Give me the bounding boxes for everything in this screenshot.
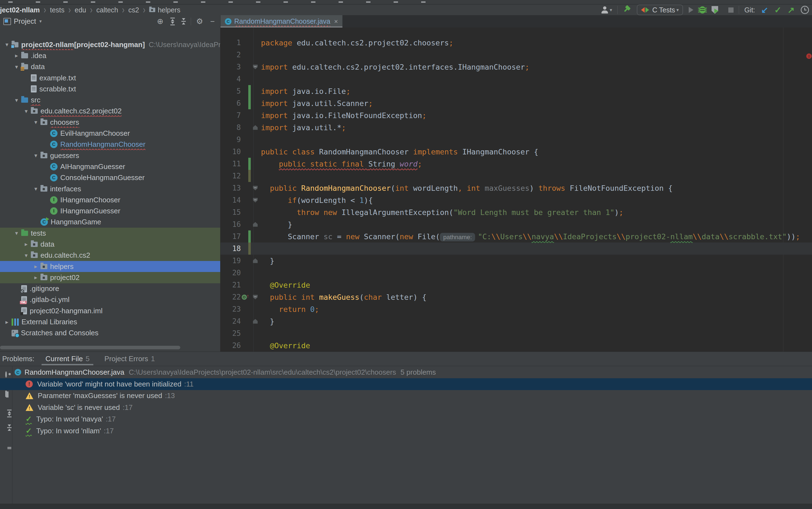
code-line[interactable]: 10public class RandomHangmanChooser impl…: [220, 146, 812, 158]
chevron-right-icon[interactable]: ▸: [2, 319, 11, 326]
chevron-right-icon[interactable]: ▸: [31, 274, 40, 281]
chevron-down-icon[interactable]: ▾: [31, 185, 40, 192]
tree-item-interfaces[interactable]: ▾interfaces: [0, 183, 220, 194]
chevron-right-icon[interactable]: ▸: [12, 52, 21, 59]
code-line[interactable]: 19 }: [220, 254, 812, 267]
user-account-button[interactable]: ▾: [601, 6, 612, 13]
tree-item-external-libraries[interactable]: ▸External Libraries: [0, 316, 220, 327]
tree-item-data[interactable]: ▸data: [0, 239, 220, 250]
tree-item-data[interactable]: ▾data: [0, 61, 220, 72]
collapse-all-button[interactable]: [181, 18, 186, 25]
fold-region-end-icon[interactable]: [253, 125, 258, 130]
tab-project-errors[interactable]: Project Errors 1: [101, 352, 158, 366]
problem-row[interactable]: !Parameter 'maxGuesses' is never used:13: [12, 390, 812, 402]
tree-item-helpers[interactable]: ▸helpers: [0, 261, 220, 272]
tree-item--idea[interactable]: ▸.idea: [0, 50, 220, 61]
overriding-method-gutter-icon[interactable]: O: [242, 295, 247, 300]
fold-region-start-icon[interactable]: [253, 295, 258, 300]
chevron-down-icon[interactable]: ▾: [12, 97, 21, 103]
tree-item-guessers[interactable]: ▾guessers: [0, 150, 220, 161]
code-line[interactable]: 23 return 0;: [220, 303, 812, 315]
code-line[interactable]: 24 }: [220, 315, 812, 327]
tree-item-edu-caltech-cs2[interactable]: ▾edu.caltech.cs2: [0, 250, 220, 261]
settings-gear-icon[interactable]: ⚙: [196, 18, 203, 25]
locate-file-button[interactable]: ⊕: [157, 18, 163, 25]
code-line[interactable]: 12: [220, 170, 812, 182]
tree-horizontal-scrollbar[interactable]: [0, 346, 180, 349]
tree-item-hangmangame[interactable]: CHangmanGame: [0, 217, 220, 228]
breadcrumb-item[interactable]: caltech: [96, 6, 118, 14]
code-line[interactable]: 8import java.util.*;: [220, 122, 812, 134]
chevron-down-icon[interactable]: ▾: [39, 19, 42, 24]
code-line[interactable]: 16 }: [220, 218, 812, 230]
expand-all-button[interactable]: [170, 18, 175, 25]
tab-current-file[interactable]: Current File 5: [42, 352, 93, 366]
breadcrumb-item[interactable]: ject02-nllam: [0, 6, 40, 14]
hide-panel-button[interactable]: −: [210, 18, 215, 25]
problem-row[interactable]: !Variable 'word' might not have been ini…: [0, 378, 812, 390]
breadcrumb-item[interactable]: edu: [75, 6, 86, 14]
fold-region-end-icon[interactable]: [253, 222, 258, 227]
code-line[interactable]: 6import java.util.Scanner;: [220, 97, 812, 109]
problem-row[interactable]: ✓Typo: In word 'nllam':17: [12, 425, 812, 437]
code-line[interactable]: 4: [220, 73, 812, 85]
code-line[interactable]: 7import java.io.FileNotFoundException;: [220, 109, 812, 122]
problems-file-group[interactable]: C RandomHangmanChooser.java C:\Users\nav…: [12, 366, 812, 378]
tree-item-randomhangmanchooser[interactable]: CRandomHangmanChooser: [0, 139, 220, 150]
git-commit-button[interactable]: ✓: [774, 5, 781, 15]
tree-item-scratches-and-consoles[interactable]: Scratches and Consoles: [0, 328, 220, 339]
fold-region-start-icon[interactable]: [253, 198, 258, 203]
problem-row[interactable]: ✓Typo: In word 'navya':17: [12, 413, 812, 425]
chevron-down-icon[interactable]: ▾: [31, 152, 40, 159]
tree-item-project02-hangman-iml[interactable]: project02-hangman.iml: [0, 305, 220, 316]
inspection-error-badge[interactable]: !: [806, 54, 812, 59]
chevron-down-icon[interactable]: ▾: [12, 230, 21, 236]
code-line[interactable]: 9: [220, 134, 812, 146]
tree-item-project02-nllam[interactable]: ▾project02-nllam [project02-hangman]C:\U…: [0, 39, 220, 50]
fold-region-end-icon[interactable]: [253, 259, 258, 263]
tree-item-evilhangmanchooser[interactable]: CEvilHangmanChooser: [0, 128, 220, 139]
tree-item-edu-caltech-cs2-project02[interactable]: ▾edu.caltech.cs2.project02: [0, 106, 220, 117]
code-line[interactable]: 20: [220, 267, 812, 279]
code-line[interactable]: 18: [220, 242, 812, 254]
chevron-down-icon[interactable]: ▾: [31, 119, 40, 126]
git-push-button[interactable]: ↗: [787, 5, 795, 15]
code-editor[interactable]: 1package edu.caltech.cs2.project02.choos…: [220, 28, 812, 351]
tree-item-project02[interactable]: ▸project02: [0, 272, 220, 283]
code-line[interactable]: 14 if(wordLength < 1){: [220, 194, 812, 206]
breadcrumb-item[interactable]: helpers: [149, 6, 180, 14]
chevron-down-icon[interactable]: ▾: [12, 64, 21, 70]
fold-region-start-icon[interactable]: [253, 186, 258, 191]
tree-item-choosers[interactable]: ▾choosers: [0, 117, 220, 128]
tree-item-scrabble-txt[interactable]: scrabble.txt: [0, 83, 220, 94]
fold-region-start-icon[interactable]: [253, 65, 258, 69]
tree-item--gitlab-ci-yml[interactable]: .gitlab-ci.yml: [0, 294, 220, 305]
close-icon[interactable]: ×: [334, 18, 338, 25]
tree-item-example-txt[interactable]: example.txt: [0, 72, 220, 83]
open-in-preview-button[interactable]: [5, 392, 7, 397]
code-line[interactable]: 2: [220, 49, 812, 61]
chevron-down-icon[interactable]: ▾: [22, 252, 31, 259]
code-line[interactable]: 13 public RandomHangmanChooser(int wordL…: [220, 182, 812, 194]
build-button[interactable]: [623, 6, 631, 14]
code-line[interactable]: 15 throw new IllegalArgumentException("W…: [220, 206, 812, 218]
code-line[interactable]: 21 @Override: [220, 279, 812, 291]
tree-item-consolehangmanguesser[interactable]: CConsoleHangmanGuesser: [0, 172, 220, 183]
problem-row[interactable]: !Variable 'sc' is never used:17: [12, 402, 812, 413]
collapse-all-button[interactable]: [7, 425, 11, 431]
history-button[interactable]: [801, 6, 809, 14]
run-button[interactable]: [689, 7, 693, 13]
tree-item--gitignore[interactable]: .gitignore: [0, 283, 220, 294]
code-line[interactable]: 11 public static final String word;: [220, 158, 812, 170]
stop-button[interactable]: [728, 7, 734, 13]
view-options-button[interactable]: [5, 372, 7, 377]
tree-item-ihangmanguesser[interactable]: IIHangmanGuesser: [0, 205, 220, 216]
fold-region-end-icon[interactable]: [253, 319, 258, 324]
chevron-right-icon[interactable]: ▸: [31, 263, 40, 270]
editor-tab-active[interactable]: C RandomHangmanChooser.java ×: [220, 15, 343, 28]
chevron-down-icon[interactable]: ▾: [22, 108, 31, 114]
chevron-down-icon[interactable]: ▾: [2, 41, 11, 48]
git-update-button[interactable]: ↙: [761, 5, 768, 15]
coverage-button[interactable]: [711, 6, 722, 14]
chevron-right-icon[interactable]: ▸: [22, 241, 31, 247]
